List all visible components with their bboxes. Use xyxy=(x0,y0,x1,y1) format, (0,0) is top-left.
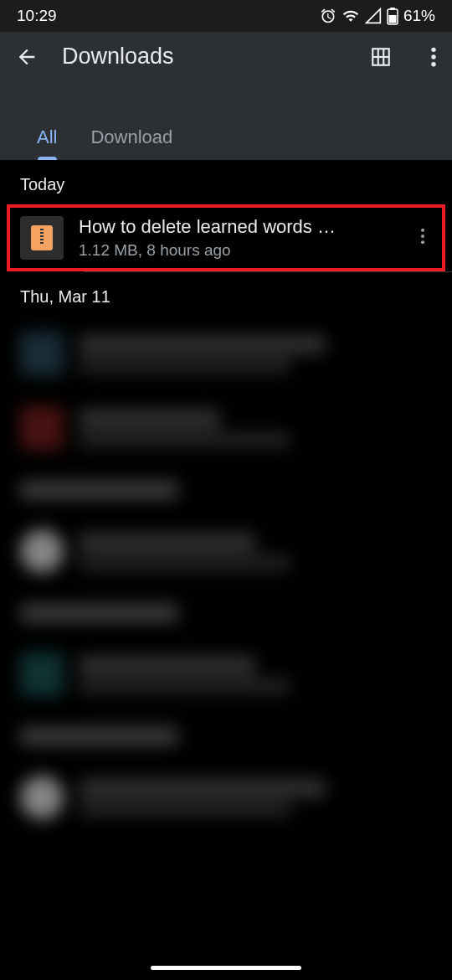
wifi-icon xyxy=(342,8,360,24)
status-time: 10:29 xyxy=(17,7,57,25)
blurred-content xyxy=(0,317,452,834)
page-title: Downloads xyxy=(62,44,347,70)
grid-view-button[interactable] xyxy=(370,46,392,68)
file-item[interactable]: How to delete learned words … 1.12 MB, 8… xyxy=(7,204,445,271)
alarm-icon xyxy=(320,8,336,24)
status-icons: 61% xyxy=(320,7,435,25)
svg-point-11 xyxy=(421,235,424,238)
battery-percent: 61% xyxy=(403,7,435,25)
svg-rect-2 xyxy=(388,15,396,23)
svg-point-12 xyxy=(421,240,424,244)
tab-download[interactable]: Download xyxy=(74,115,189,160)
file-more-button[interactable] xyxy=(413,220,432,255)
status-bar: 10:29 61% xyxy=(0,0,452,32)
more-options-button[interactable] xyxy=(430,46,437,68)
file-meta: 1.12 MB, 8 hours ago xyxy=(79,241,398,260)
content: Today How to delete learned words … 1.12… xyxy=(0,160,452,834)
back-button[interactable] xyxy=(15,45,39,69)
svg-point-7 xyxy=(431,47,435,51)
battery-icon xyxy=(387,7,398,25)
nav-indicator[interactable] xyxy=(151,966,301,970)
svg-point-8 xyxy=(431,54,435,59)
signal-icon xyxy=(365,8,382,24)
file-info: How to delete learned words … 1.12 MB, 8… xyxy=(79,216,398,260)
tab-all[interactable]: All xyxy=(20,115,74,160)
tabs: All Download xyxy=(0,115,452,160)
svg-point-10 xyxy=(421,229,424,232)
app-bar: Downloads All Download xyxy=(0,32,452,160)
section-thu-mar-11: Thu, Mar 11 xyxy=(0,272,452,317)
svg-rect-1 xyxy=(390,8,395,10)
file-name: How to delete learned words … xyxy=(79,216,398,238)
svg-point-9 xyxy=(431,61,435,65)
archive-icon xyxy=(20,216,64,260)
section-today: Today xyxy=(0,160,452,204)
